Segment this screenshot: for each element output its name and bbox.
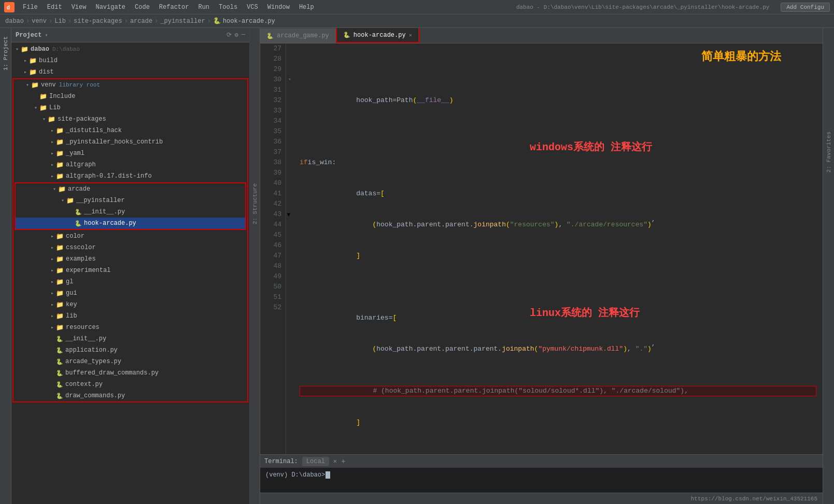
breadcrumb-venv[interactable]: venv (32, 18, 47, 25)
code-line-30: if is_win: (300, 157, 816, 168)
project-panel-toggle[interactable]: 1: Project (3, 36, 9, 70)
tree-label-site-packages: site-packages (58, 116, 106, 123)
code-area[interactable]: 简单粗暴的方法 windows系统的 注释这行 linux系统的 注释这行 27… (260, 44, 823, 454)
menu-refactor[interactable]: Refactor (155, 3, 193, 12)
tree-label-lib2: lib (66, 312, 77, 320)
tab-label-hook-arcade: hook-arcade.py (354, 32, 406, 39)
menu-file[interactable]: File (19, 3, 42, 12)
tree-label-gui: gui (66, 290, 77, 297)
tree-item-include[interactable]: 📁 Include (13, 91, 247, 102)
tree-item-csscolor[interactable]: ▸ 📁 csscolor (13, 242, 247, 253)
tree-item-buffered-draw[interactable]: 🐍 buffered_draw_commands.py (13, 367, 247, 379)
tree-label-altgraph: altgraph (66, 161, 96, 168)
tree-item-distutils[interactable]: ▸ 📁 _distutils_hack (13, 125, 247, 136)
code-line-29 (300, 126, 816, 137)
breadcrumb-arcade[interactable]: arcade (130, 18, 152, 25)
menu-vcs[interactable]: VCS (243, 3, 262, 12)
tree-item-altgraph-info[interactable]: ▸ 📁 altgraph-0.17.dist-info (13, 170, 247, 182)
menu-tools[interactable]: Tools (215, 3, 242, 12)
structure-toggle[interactable]: 2: Structure (252, 183, 258, 224)
breadcrumb-lib[interactable]: Lib (54, 18, 66, 25)
menu-help[interactable]: Help (295, 3, 318, 12)
tree-item-gui[interactable]: ▸ 📁 gui (13, 287, 247, 299)
tree-label-lib: Lib (49, 104, 61, 111)
breadcrumb: dabao › venv › Lib › site-packages › arc… (0, 15, 834, 28)
py-icon-context: 🐍 (56, 381, 63, 388)
status-url: https://blog.csdn.net/weixin_43521165 (691, 496, 817, 502)
tree-label-resources: resources (66, 324, 100, 331)
tree-item-pyinstaller-hooks[interactable]: ▸ 📁 _pyinstaller_hooks_contrib (13, 136, 247, 148)
sync-icon[interactable]: ⟳ (227, 31, 232, 39)
menu-run[interactable]: Run (194, 3, 214, 12)
terminal-content[interactable]: (venv) D:\dabao> (260, 468, 823, 493)
tree-label-distutils: _distutils_hack (66, 127, 122, 134)
tree-label-pyinstaller: __pyinstaller (76, 197, 125, 204)
tree-item-arcade[interactable]: ▾ 📁 arcade (16, 183, 245, 195)
tree-item-experimental[interactable]: ▸ 📁 experimental (13, 265, 247, 276)
tree-item-draw-commands[interactable]: 🐍 draw_commands.py (13, 390, 247, 401)
tree-item-context[interactable]: 🐍 context.py (13, 379, 247, 390)
tree-item-color[interactable]: ▸ 📁 color (13, 231, 247, 242)
code-content[interactable]: hook_path = Path(__file__) if is_win: da… (293, 44, 823, 454)
terminal-bar: Terminal: Local ✕ + (260, 454, 823, 468)
py-icon-hook-arcade: 🐍 (75, 220, 82, 227)
breadcrumb-dabao[interactable]: dabao (5, 18, 24, 25)
tree-item-dabao[interactable]: ▾ 📁 dabao D:\dabao (11, 44, 249, 55)
terminal-add-button[interactable]: + (341, 457, 345, 466)
tree-item-venv[interactable]: ▾ 📁 venv library root (13, 79, 247, 91)
tree-label-color: color (66, 233, 84, 240)
breadcrumb-pyinstaller[interactable]: _pyinstaller (160, 18, 205, 25)
tree-label-csscolor: csscolor (66, 244, 96, 251)
tree-item-init-py[interactable]: 🐍 __init__.py (16, 206, 245, 218)
tab-close-hook-arcade[interactable]: ✕ (409, 32, 412, 38)
tree-item-pyinstaller[interactable]: ▾ 📁 __pyinstaller (16, 195, 245, 206)
tree-item-hook-arcade[interactable]: 🐍 hook-arcade.py (16, 218, 245, 229)
tree-label-hook-arcade: hook-arcade.py (84, 220, 136, 227)
tree-item-resources[interactable]: ▸ 📁 resources (13, 322, 247, 333)
project-dropdown-icon[interactable]: ▾ (45, 32, 48, 38)
menu-view[interactable]: View (67, 3, 91, 12)
add-config-button[interactable]: Add Configu (781, 3, 830, 12)
tree-item-key[interactable]: ▸ 📁 key (13, 299, 247, 310)
tree-item-build[interactable]: ▸ 📁 build (11, 55, 249, 66)
tree-item-lib2[interactable]: ▸ 📁 lib (13, 310, 247, 322)
tab-arcade-game[interactable]: 🐍 arcade_game.py (260, 28, 336, 43)
folder-icon-lib: 📁 (39, 104, 47, 112)
terminal-close[interactable]: ✕ (333, 457, 337, 465)
status-bar: https://blog.csdn.net/weixin_43521165 (260, 493, 823, 504)
tree-item-altgraph[interactable]: ▸ 📁 altgraph (13, 159, 247, 170)
tree-item-gl[interactable]: ▸ 📁 gl (13, 276, 247, 287)
window-title: dabao - D:\dabao\venv\Lib\site-packages\… (516, 4, 769, 10)
tree-label-altgraph-info: altgraph-0.17.dist-info (66, 172, 152, 180)
tree-item-dist[interactable]: ▸ 📁 dist (11, 66, 249, 78)
tab-hook-arcade[interactable]: 🐍 hook-arcade.py ✕ (337, 28, 419, 42)
menu-window[interactable]: Window (263, 3, 294, 12)
folder-icon-altgraph: 📁 (56, 161, 64, 169)
folder-icon-color: 📁 (56, 233, 64, 240)
menu-edit[interactable]: Edit (43, 3, 66, 12)
tree-item-init2[interactable]: 🐍 __init__.py (13, 333, 247, 344)
code-line-36: (hook_path.parent.parent.parent.joinpath… (300, 344, 816, 354)
terminal-local-tab[interactable]: Local (302, 457, 329, 466)
tree-item-site-packages[interactable]: ▾ 📁 site-packages (13, 113, 247, 125)
menu-code[interactable]: Code (131, 3, 154, 12)
file-tree: ▾ 📁 dabao D:\dabao ▸ 📁 build ▸ 📁 dist (11, 42, 249, 504)
tree-item-application[interactable]: 🐍 application.py (13, 344, 247, 356)
collapse-icon[interactable]: — (242, 31, 245, 39)
code-line-39 (300, 449, 816, 454)
tree-item-arcade-types[interactable]: 🐍 arcade_types.py (13, 356, 247, 367)
breadcrumb-site-packages[interactable]: site-packages (74, 18, 122, 25)
tree-item-examples[interactable]: ▸ 📁 examples (13, 253, 247, 265)
tree-item-yaml[interactable]: ▸ 📁 _yaml (13, 148, 247, 159)
settings-icon[interactable]: ⚙ (235, 31, 238, 39)
tree-item-lib[interactable]: ▾ 📁 Lib (13, 102, 247, 113)
menu-navigate[interactable]: Navigate (91, 3, 130, 12)
folder-icon-dabao: 📁 (21, 46, 29, 53)
tab-bar: 🐍 arcade_game.py 🐍 hook-arcade.py ✕ (260, 28, 823, 44)
tree-label-arcade-types: arcade_types.py (65, 358, 121, 365)
tree-label-arcade: arcade (68, 185, 90, 193)
project-actions: ⟳ ⚙ — (227, 31, 245, 39)
fold-gutter: ▾ ▾ (286, 44, 293, 454)
favorites-toggle[interactable]: 2: Favorites (826, 132, 832, 172)
tree-label-gl: gl (66, 278, 73, 285)
